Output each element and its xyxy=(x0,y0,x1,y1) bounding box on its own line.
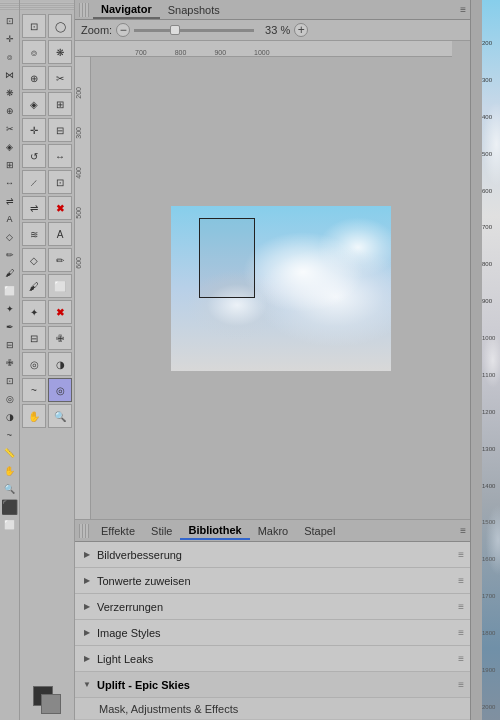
canvas-area[interactable]: 700 800 900 1000 200 300 400 500 600 xyxy=(75,41,470,519)
tool-freeselect[interactable]: ⋈ xyxy=(2,67,18,83)
canvas-selection-box[interactable] xyxy=(199,218,255,298)
bg-color-swatch[interactable]: ⬜ xyxy=(2,517,18,533)
tab-navigator[interactable]: Navigator xyxy=(93,1,160,19)
tool-dodge-btn[interactable]: ◑ xyxy=(48,352,72,376)
tool-pencil[interactable]: ✏ xyxy=(2,247,18,263)
zoom-minus-button[interactable]: − xyxy=(116,23,130,37)
tool-smudge[interactable]: ~ xyxy=(2,427,18,443)
list-item-imagestyles[interactable]: ▶ Image Styles ≡ xyxy=(75,620,470,646)
tool-measure[interactable]: 📏 xyxy=(2,445,18,461)
navigator-menu-icon[interactable]: ≡ xyxy=(460,4,466,15)
tool-zoom-btn[interactable]: 🔍 xyxy=(48,404,72,428)
tool-paint-btn[interactable]: 🖌 xyxy=(22,274,46,298)
zoom-slider-thumb[interactable] xyxy=(170,25,180,35)
tab-effekte[interactable]: Effekte xyxy=(93,523,143,539)
tool-ellipse[interactable]: ◯ xyxy=(48,14,72,38)
list-item-verzerrungen[interactable]: ▶ Verzerrungen ≡ xyxy=(75,594,470,620)
tool-heal[interactable]: ✙ xyxy=(2,355,18,371)
tool-bycolor-btn[interactable]: ⊕ xyxy=(22,66,46,90)
tool-pencil-btn[interactable]: ✏ xyxy=(48,248,72,272)
tab-snapshots[interactable]: Snapshots xyxy=(160,2,228,18)
tool-free-select[interactable]: ⌾ xyxy=(22,40,46,64)
tool-scissors-btn[interactable]: ✂ xyxy=(48,66,72,90)
tab-stapel[interactable]: Stapel xyxy=(296,523,343,539)
tool-dodge[interactable]: ◑ xyxy=(2,409,18,425)
tool-crop-btn[interactable]: ⊟ xyxy=(48,118,72,142)
list-subitem-mask[interactable]: Mask, Adjustments & Effects xyxy=(75,698,470,720)
tool-ink-btn[interactable]: ✖ xyxy=(48,300,72,324)
ruler-vertical: 200 300 400 500 600 xyxy=(75,57,91,519)
tool-scissors[interactable]: ✂ xyxy=(2,121,18,137)
tool-perspective-btn[interactable]: ⊡ xyxy=(48,170,72,194)
tool-flip[interactable]: ⇌ xyxy=(2,193,18,209)
tool-cage[interactable]: ✖ xyxy=(48,196,72,220)
list-item-bildverbesserung[interactable]: ▶ Bildverbesserung ≡ xyxy=(75,542,470,568)
tool-eraser-btn[interactable]: ⬜ xyxy=(48,274,72,298)
tool-text[interactable]: A xyxy=(2,211,18,227)
tool-blur-btn[interactable]: ◎ xyxy=(22,352,46,376)
ruler-r-1500: 1500 xyxy=(482,519,500,525)
tab-makro[interactable]: Makro xyxy=(250,523,297,539)
tab-bibliothek[interactable]: Bibliothek xyxy=(180,522,249,540)
arrow-lightleaks: ▶ xyxy=(81,653,93,665)
tool-fuzzy[interactable]: ❋ xyxy=(48,40,72,64)
zoom-plus-button[interactable]: + xyxy=(294,23,308,37)
panel-drag-handle[interactable] xyxy=(79,3,89,17)
list-item-tonwerte[interactable]: ▶ Tonwerte zuweisen ≡ xyxy=(75,568,470,594)
tool-measure-btn[interactable]: ◎ xyxy=(48,378,72,402)
tool-airbrush[interactable]: ✦ xyxy=(2,301,18,317)
tool-scale[interactable]: ↔ xyxy=(48,144,72,168)
tool-lasso[interactable]: ⌾ xyxy=(2,49,18,65)
tool-text-btn[interactable]: A xyxy=(48,222,72,246)
arrow-tonwerte: ▶ xyxy=(81,575,93,587)
tool-clone-btn[interactable]: ⊟ xyxy=(22,326,46,350)
menu-tonwerte[interactable]: ≡ xyxy=(458,575,464,586)
tool-heal-btn[interactable]: ✙ xyxy=(48,326,72,350)
tool-foreground[interactable]: ◈ xyxy=(2,139,18,155)
tool-shear[interactable]: ⟋ xyxy=(22,170,46,194)
menu-verzerrungen[interactable]: ≡ xyxy=(458,601,464,612)
tool-path-btn[interactable]: ◇ xyxy=(22,248,46,272)
canvas-image[interactable] xyxy=(171,206,391,371)
tool-flip-btn[interactable]: ⇌ xyxy=(22,196,46,220)
canvas-viewport[interactable] xyxy=(91,57,470,519)
bottom-panel-menu-icon[interactable]: ≡ xyxy=(460,525,466,536)
list-item-lightleaks[interactable]: ▶ Light Leaks ≡ xyxy=(75,646,470,672)
tool-rotate[interactable]: ↺ xyxy=(22,144,46,168)
tool-move-btn[interactable]: ✛ xyxy=(22,118,46,142)
menu-uplift[interactable]: ≡ xyxy=(458,679,464,690)
tool-hand-btn[interactable]: ✋ xyxy=(22,404,46,428)
tab-stile[interactable]: Stile xyxy=(143,523,180,539)
tool-path[interactable]: ◇ xyxy=(2,229,18,245)
tool-fuzzyselect[interactable]: ❋ xyxy=(2,85,18,101)
tool-paintbrush[interactable]: 🖌 xyxy=(2,265,18,281)
tool-airbrush-btn[interactable]: ✦ xyxy=(22,300,46,324)
tool-bycolor[interactable]: ⊕ xyxy=(2,103,18,119)
menu-bildverbesserung[interactable]: ≡ xyxy=(458,549,464,560)
tool-rect[interactable]: ⊡ xyxy=(22,14,46,38)
tool-align[interactable]: ⊞ xyxy=(48,92,72,116)
label-imagestyles: Image Styles xyxy=(97,627,458,639)
tool-move[interactable]: ✛ xyxy=(2,31,18,47)
tool-ink[interactable]: ✒ xyxy=(2,319,18,335)
tool-crop[interactable]: ⊞ xyxy=(2,157,18,173)
tool-clone[interactable]: ⊟ xyxy=(2,337,18,353)
menu-lightleaks[interactable]: ≡ xyxy=(458,653,464,664)
zoom-slider-track[interactable] xyxy=(134,29,254,32)
fg-color-swatch[interactable]: ⬛ xyxy=(2,499,18,515)
menu-imagestyles[interactable]: ≡ xyxy=(458,627,464,638)
tool-rect-select[interactable]: ⊡ xyxy=(2,13,18,29)
tool-blur[interactable]: ◎ xyxy=(2,391,18,407)
bg-color-box[interactable] xyxy=(41,694,61,714)
tool-smudge-btn[interactable]: ~ xyxy=(22,378,46,402)
list-item-uplift[interactable]: ▼ Uplift - Epic Skies ≡ xyxy=(75,672,470,698)
bottom-panel-handle[interactable] xyxy=(79,524,89,538)
label-tonwerte: Tonwerte zuweisen xyxy=(97,575,458,587)
tool-warp[interactable]: ≋ xyxy=(22,222,46,246)
tool-zoom[interactable]: 🔍 xyxy=(2,481,18,497)
tool-eraser[interactable]: ⬜ xyxy=(2,283,18,299)
tool-fg-select[interactable]: ◈ xyxy=(22,92,46,116)
tool-transform[interactable]: ↔ xyxy=(2,175,18,191)
tool-hand[interactable]: ✋ xyxy=(2,463,18,479)
tool-perspective[interactable]: ⊡ xyxy=(2,373,18,389)
